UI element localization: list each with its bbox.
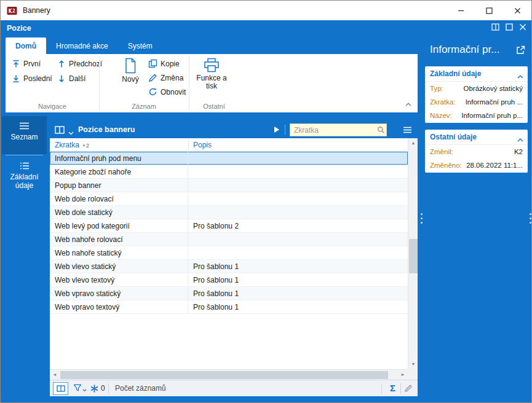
table-row[interactable]: Web vlevo statickýPro šablonu 1 — [50, 260, 408, 273]
mdi-window-controls — [491, 23, 526, 31]
grid-panel: Pozice banneru Zkratka▲2 Popis Informačn… — [50, 122, 418, 396]
open-window-icon — [516, 45, 525, 55]
columns-icon — [57, 385, 65, 392]
collapse-section-button[interactable] — [517, 72, 523, 80]
button-label: Předchozí — [69, 60, 102, 68]
sidebar-item-zakladni-udaje[interactable]: Základní údaje — [2, 156, 47, 197]
table-row[interactable]: Web levý pod kategoriíPro šablonu 2 — [50, 219, 408, 233]
column-header-zkratka[interactable]: Zkratka▲2 — [55, 141, 89, 149]
sidebar-divider — [6, 155, 43, 155]
column-divider[interactable] — [188, 139, 189, 150]
copy-icon — [148, 59, 157, 68]
columns-view-button[interactable] — [55, 126, 65, 136]
previous-record-button[interactable]: Předchozí — [57, 60, 102, 68]
tab-domu[interactable]: Domů — [6, 37, 46, 54]
scrollbar-corner — [408, 369, 418, 380]
section-body-ostatni-udaje: Změnil:K2 Změněno:28.06.2022 11:1... — [425, 144, 528, 173]
table-row[interactable]: Web vpravo textovýPro šablonu 1 — [50, 300, 408, 314]
refresh-button[interactable]: Obnovit — [148, 87, 186, 96]
view-dropdown-button[interactable] — [68, 128, 74, 137]
splitter-handle[interactable] — [420, 213, 423, 224]
maximize-icon — [486, 7, 493, 14]
tab-hromadne-akce[interactable]: Hromadné akce — [46, 37, 118, 54]
button-label: Nový — [122, 76, 138, 84]
table-row[interactable]: Web vpravo statickýPro šablonu 1 — [50, 287, 408, 300]
group-label-ostatni: Ostatní — [189, 103, 239, 110]
sidebar-item-seznam[interactable]: Seznam — [2, 116, 47, 154]
filtered-count: 0 — [101, 380, 105, 396]
first-record-button[interactable]: První — [12, 60, 41, 68]
field-row: Typ:Obrázkový statický — [425, 82, 528, 95]
field-row: Změnil:K2 — [425, 145, 528, 158]
mdi-close-button[interactable] — [519, 23, 526, 31]
sort-asc-icon: ▲ — [82, 143, 86, 147]
pencil-icon — [148, 73, 157, 82]
ribbon-collapse-button[interactable] — [405, 100, 411, 108]
table-row[interactable]: Web nahoře rolovací — [50, 233, 408, 246]
collapse-section-button[interactable] — [517, 135, 523, 144]
detail-list-icon — [20, 162, 30, 170]
asterisk-icon[interactable] — [90, 385, 98, 394]
button-label: Obnovit — [161, 88, 186, 96]
mdi-maximize-icon — [506, 23, 513, 31]
minimize-button[interactable] — [447, 1, 475, 20]
maximize-button[interactable] — [475, 1, 503, 20]
record-count-label: Počet záznamů — [115, 380, 166, 396]
cell-popis — [188, 246, 408, 259]
vertical-scrollbar[interactable]: ▲ ▼ — [408, 138, 418, 369]
grid-header-bar: Pozice banneru — [50, 122, 418, 138]
table-row[interactable]: Web vlevo textovýPro šablonu 1 — [50, 273, 408, 287]
table-row[interactable]: Informační pruh pod menu — [50, 152, 408, 165]
table-row[interactable]: Kategorie zboží nahoře — [50, 165, 408, 179]
functions-print-button[interactable]: Funkce a tisk — [194, 58, 229, 90]
sum-button[interactable]: Σ — [390, 380, 395, 396]
cell-popis: Pro šablonu 1 — [188, 260, 408, 273]
last-record-icon — [12, 74, 20, 83]
horizontal-scrollbar[interactable]: ◄ ► — [50, 369, 408, 380]
horizontal-scrollbar-thumb[interactable] — [60, 371, 388, 379]
grid-menu-button[interactable] — [403, 127, 412, 135]
field-label: Změněno: — [430, 158, 462, 172]
scroll-down-button[interactable]: ▼ — [408, 359, 418, 369]
table-row[interactable]: Web dole statický — [50, 206, 408, 219]
table-row[interactable]: Popup banner — [50, 179, 408, 192]
statusbar-divider — [381, 383, 382, 394]
splitter-handle[interactable] — [529, 213, 531, 224]
section-header-zakladni-udaje[interactable]: Základní údaje — [425, 66, 528, 81]
mdi-maximize-button[interactable] — [506, 23, 513, 31]
search-icon[interactable] — [377, 126, 385, 136]
button-label: Další — [69, 74, 85, 83]
ribbon: První Poslední Předchozí Další Nový Kopi… — [6, 54, 418, 112]
list-icon — [19, 122, 30, 130]
section-header-ostatni-udaje[interactable]: Ostatní údaje — [425, 130, 528, 144]
scroll-up-button[interactable]: ▲ — [408, 138, 418, 148]
tab-label: Systém — [128, 42, 153, 50]
cell-zkratka: Informační pruh pod menu — [50, 152, 188, 165]
sort-order: 2 — [86, 143, 89, 149]
column-label: Popis — [193, 141, 212, 149]
printer-icon — [204, 58, 220, 72]
dock-panel-button[interactable] — [491, 23, 499, 31]
tab-system[interactable]: Systém — [118, 37, 162, 54]
chevron-up-icon — [405, 103, 411, 106]
column-header-popis[interactable]: Popis — [193, 141, 212, 149]
filter-button[interactable] — [73, 384, 87, 392]
scroll-right-button[interactable]: ► — [398, 370, 408, 380]
open-window-button[interactable] — [516, 45, 525, 57]
search-input[interactable] — [290, 123, 387, 136]
mdi-close-icon — [519, 23, 526, 31]
hamburger-icon — [403, 127, 412, 133]
table-row[interactable]: Web dole rolovací — [50, 192, 408, 206]
table-row[interactable]: Web nahoře statický — [50, 246, 408, 260]
scroll-left-button[interactable]: ◄ — [50, 370, 60, 380]
new-record-button[interactable]: Nový — [116, 58, 145, 84]
columns-button[interactable] — [53, 382, 68, 395]
next-record-button[interactable]: Další — [57, 74, 85, 83]
button-label: Změna — [161, 74, 183, 82]
last-record-button[interactable]: Poslední — [12, 74, 52, 83]
vertical-scrollbar-thumb[interactable] — [409, 239, 418, 273]
copy-button[interactable]: Kopie — [148, 59, 180, 68]
run-search-button[interactable] — [274, 127, 279, 133]
close-button[interactable] — [503, 1, 531, 20]
change-button[interactable]: Změna — [148, 73, 183, 82]
